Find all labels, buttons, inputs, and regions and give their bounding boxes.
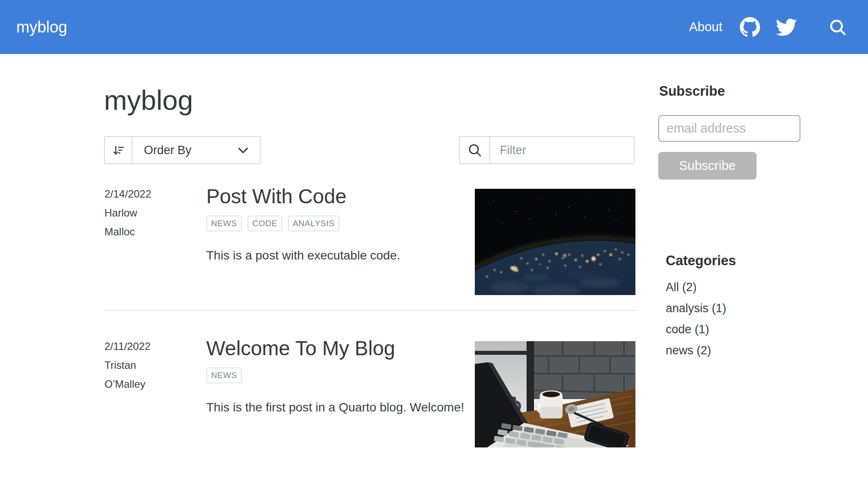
post-body: Welcome To My Blog NEWS This is the firs… [206, 336, 465, 419]
post-body: Post With Code NEWS CODE ANALYSIS This i… [206, 184, 465, 267]
navbar-search-icon[interactable] [829, 18, 847, 36]
tag-news[interactable]: NEWS [206, 216, 242, 231]
post-author: Tristan O’Malley [104, 356, 161, 393]
blog-listing-page: myblog About myblog [0, 0, 868, 483]
chevron-down-icon [236, 143, 250, 157]
filter-search-icon [460, 137, 490, 163]
category-item-code[interactable]: code (1) [666, 319, 726, 340]
post-author: Harlow Malloc [104, 203, 161, 241]
post-thumbnail-desk[interactable] [475, 341, 635, 447]
category-item-all[interactable]: All (2) [666, 277, 726, 298]
tag-analysis[interactable]: ANALYSIS [288, 216, 340, 231]
subscribe-heading: Subscribe [659, 83, 725, 99]
order-by-label: Order By [144, 144, 191, 157]
page-title: myblog [104, 84, 193, 116]
post-title[interactable]: Welcome To My Blog [206, 336, 465, 360]
post-tags: NEWS CODE ANALYSIS [206, 216, 465, 231]
post-meta: 2/11/2022 Tristan O’Malley [104, 337, 161, 393]
post-description: This is the first post in a Quarto blog.… [206, 396, 465, 419]
navbar-right: About [689, 0, 847, 54]
navbar: myblog About [0, 0, 868, 54]
github-icon[interactable] [740, 17, 760, 37]
post-tags: NEWS [206, 368, 465, 383]
post-date: 2/14/2022 [104, 184, 161, 203]
category-item-analysis[interactable]: analysis (1) [666, 298, 726, 319]
post-meta: 2/14/2022 Harlow Malloc [104, 184, 161, 241]
post-date: 2/11/2022 [104, 337, 161, 356]
nav-link-about[interactable]: About [689, 20, 722, 34]
filter-input[interactable] [490, 137, 655, 163]
order-by-dropdown[interactable]: Order By [104, 136, 261, 164]
categories-heading: Categories [666, 253, 736, 269]
subscribe-button[interactable]: Subscribe [658, 152, 757, 180]
category-item-news[interactable]: news (2) [666, 340, 726, 361]
post-divider [104, 310, 635, 311]
email-input[interactable] [658, 115, 800, 142]
post-title[interactable]: Post With Code [206, 184, 465, 208]
post-thumbnail-earth[interactable] [475, 189, 635, 295]
categories-list: All (2) analysis (1) code (1) news (2) [666, 277, 726, 361]
post-description: This is a post with executable code. [206, 244, 465, 267]
tag-news[interactable]: NEWS [206, 368, 242, 383]
twitter-icon[interactable] [776, 17, 797, 38]
sort-icon [105, 137, 133, 163]
navbar-brand[interactable]: myblog [16, 18, 67, 36]
filter-box [459, 136, 635, 164]
tag-code[interactable]: CODE [247, 216, 282, 231]
